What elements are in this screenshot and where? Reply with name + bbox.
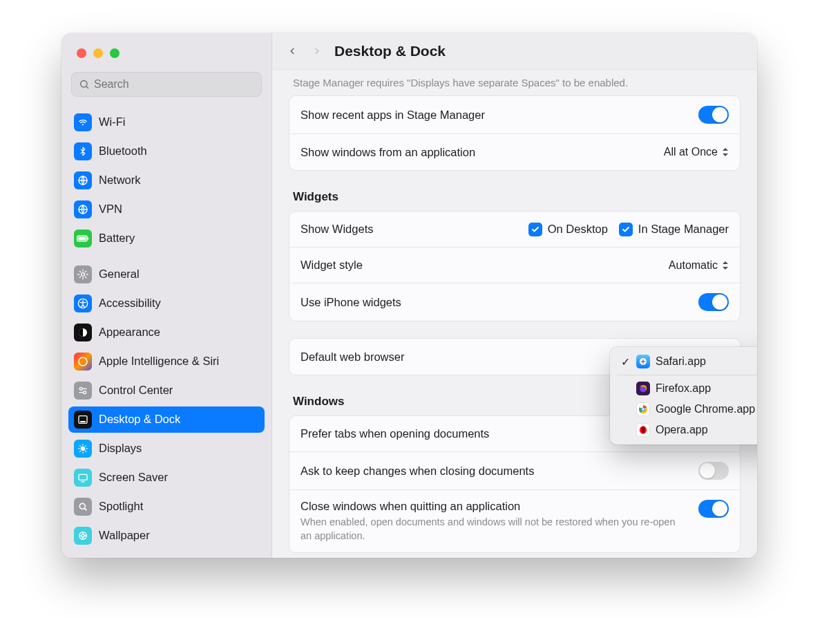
content-header: Desktop & Dock xyxy=(272,33,757,70)
sidebar-item-control-center[interactable]: Control Center xyxy=(68,377,265,404)
sidebar-item-label: Wallpaper xyxy=(99,529,150,542)
sidebar-item-appearance[interactable]: Appearance xyxy=(68,319,265,346)
sidebar-item-apple-intelligence-siri[interactable]: Apple Intelligence & Siri xyxy=(68,348,265,375)
row-recent-apps: Show recent apps in Stage Manager xyxy=(289,96,740,134)
sidebar-item-label: Wi-Fi xyxy=(99,115,125,129)
section-widgets-title: Widgets xyxy=(289,187,741,211)
row-show-windows: Show windows from an application All at … xyxy=(289,134,740,170)
sidebar-item-label: Battery xyxy=(99,232,135,245)
minimize-window-button[interactable] xyxy=(93,48,103,58)
maximize-window-button[interactable] xyxy=(110,48,120,58)
close-window-button[interactable] xyxy=(77,48,86,58)
system-settings-window: Wi-FiBluetoothNetworkVPNBattery GeneralA… xyxy=(61,33,757,558)
svg-line-1 xyxy=(86,86,88,88)
svg-point-12 xyxy=(79,357,87,366)
dock-icon xyxy=(74,411,92,429)
checkbox-on-desktop[interactable]: On Desktop xyxy=(528,223,608,236)
sidebar-item-desktop-dock[interactable]: Desktop & Dock xyxy=(68,406,265,433)
default-browser-popup: ✓Safari.appFirefox.appGoogle Chrome.appO… xyxy=(610,347,757,444)
row-show-windows-label: Show windows from an application xyxy=(300,146,475,159)
back-button[interactable] xyxy=(285,44,300,59)
displays-icon xyxy=(74,440,92,458)
search-icon xyxy=(79,79,90,90)
svg-rect-18 xyxy=(80,421,86,422)
window-controls xyxy=(61,33,271,65)
row-close-windows-label: Close windows when quitting an applicati… xyxy=(300,500,698,513)
access-icon xyxy=(74,294,92,312)
sidebar-item-label: Apple Intelligence & Siri xyxy=(99,355,219,368)
select-widget-style-value: Automatic xyxy=(669,259,718,272)
content-body: Stage Manager requires "Displays have se… xyxy=(272,70,757,558)
checkbox-icon xyxy=(619,223,633,236)
toggle-recent-apps[interactable] xyxy=(698,106,729,124)
sidebar-item-bluetooth[interactable]: Bluetooth xyxy=(68,138,265,165)
svg-line-31 xyxy=(84,508,86,510)
firefox-app-icon xyxy=(636,382,650,395)
sidebar-item-accessibility[interactable]: Accessibility xyxy=(68,290,265,317)
checkbox-in-stage[interactable]: In Stage Manager xyxy=(619,223,729,236)
saver-icon xyxy=(74,469,92,487)
popup-item-opera-app[interactable]: Opera.app xyxy=(614,420,757,440)
bt-icon xyxy=(74,142,92,160)
sidebar-item-battery[interactable]: Battery xyxy=(68,225,265,252)
row-show-widgets-label: Show Widgets xyxy=(300,223,373,236)
popup-item-safari-app[interactable]: ✓Safari.app xyxy=(614,351,757,372)
siri-icon xyxy=(74,353,92,371)
search-field-wrap[interactable] xyxy=(71,72,262,97)
svg-line-27 xyxy=(79,451,80,451)
svg-rect-28 xyxy=(79,474,87,480)
stepper-icon xyxy=(722,147,729,157)
sidebar-item-vpn[interactable]: VPN xyxy=(68,196,265,223)
select-show-windows-value: All at Once xyxy=(664,146,718,158)
select-show-windows[interactable]: All at Once xyxy=(664,146,729,158)
svg-point-19 xyxy=(81,446,86,451)
popup-separator xyxy=(617,375,757,375)
checkbox-on-desktop-label: On Desktop xyxy=(548,223,608,236)
svg-point-13 xyxy=(79,387,82,390)
svg-point-38 xyxy=(642,408,645,411)
svg-point-40 xyxy=(641,427,645,433)
popup-item-firefox-app[interactable]: Firefox.app xyxy=(614,378,757,399)
sidebar-item-general[interactable]: General xyxy=(68,261,265,288)
row-close-windows-sub: When enabled, open documents and windows… xyxy=(300,516,687,543)
toggle-ask-keep[interactable] xyxy=(698,462,729,480)
select-widget-style[interactable]: Automatic xyxy=(669,259,729,272)
svg-point-2 xyxy=(82,124,84,125)
svg-point-10 xyxy=(82,300,84,301)
popup-item-google-chrome-app[interactable]: Google Chrome.app xyxy=(614,399,757,420)
sidebar-item-label: Control Center xyxy=(99,384,173,397)
search-input[interactable] xyxy=(94,78,254,91)
row-close-windows: Close windows when quitting an applicati… xyxy=(289,490,740,552)
svg-point-8 xyxy=(82,272,85,276)
sidebar-nav: Wi-FiBluetoothNetworkVPNBattery GeneralA… xyxy=(61,104,271,558)
cc-icon xyxy=(74,382,92,400)
page-title: Desktop & Dock xyxy=(334,43,446,59)
sidebar-item-screen-saver[interactable]: Screen Saver xyxy=(68,465,265,491)
sidebar-item-label: Displays xyxy=(99,442,142,455)
sidebar-item-displays[interactable]: Displays xyxy=(68,436,265,462)
svg-point-0 xyxy=(81,80,87,86)
row-ask-keep-label: Ask to keep changes when closing documen… xyxy=(300,465,534,478)
stage-manager-card: Show recent apps in Stage Manager Show w… xyxy=(289,95,741,171)
wifi-icon xyxy=(74,113,92,131)
stepper-icon xyxy=(722,261,729,270)
toggle-close-windows[interactable] xyxy=(698,500,729,518)
popup-item-label: Safari.app xyxy=(656,355,706,368)
globe-icon xyxy=(74,171,92,189)
battery-icon xyxy=(74,230,92,247)
row-widget-style: Widget style Automatic xyxy=(289,247,740,283)
svg-point-33 xyxy=(82,534,84,537)
toggle-iphone-widgets[interactable] xyxy=(698,293,729,311)
forward-button[interactable] xyxy=(309,44,325,59)
sidebar-item-label: VPN xyxy=(99,203,122,216)
sidebar-item-wallpaper[interactable]: Wallpaper xyxy=(68,523,265,549)
checkbox-icon xyxy=(528,223,542,236)
sidebar-item-spotlight[interactable]: Spotlight xyxy=(68,494,265,520)
sidebar: Wi-FiBluetoothNetworkVPNBattery GeneralA… xyxy=(61,33,272,558)
sidebar-item-wi-fi[interactable]: Wi-Fi xyxy=(68,109,265,135)
svg-rect-7 xyxy=(78,236,86,240)
sidebar-item-network[interactable]: Network xyxy=(68,167,265,194)
row-iphone-widgets: Use iPhone widgets xyxy=(289,283,740,321)
row-ask-keep: Ask to keep changes when closing documen… xyxy=(289,452,740,490)
sidebar-item-label: Network xyxy=(99,174,141,187)
